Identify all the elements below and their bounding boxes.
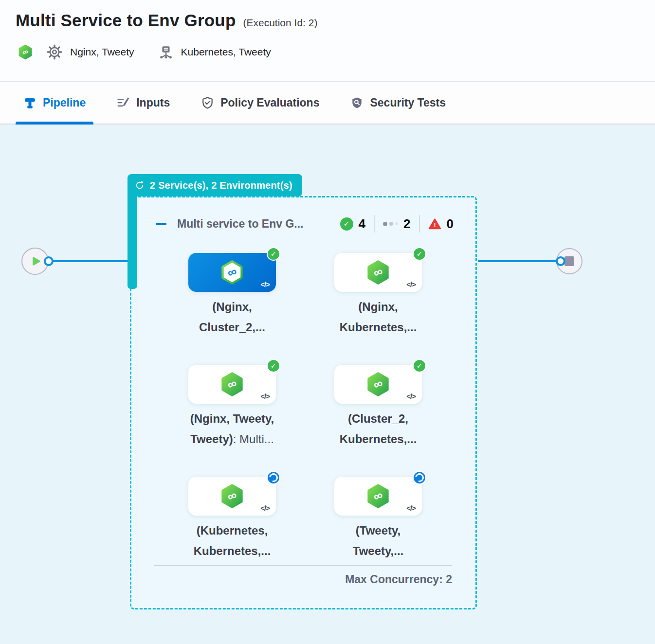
harness-service-icon: ∞ bbox=[365, 372, 391, 397]
tab-security-tests-label: Security Tests bbox=[370, 96, 446, 109]
matrix-card-nginx-kubernetes[interactable]: ∞ </> ✓ bbox=[334, 253, 422, 292]
services-list: Nginx, Tweety bbox=[70, 46, 134, 58]
stage-status-counts: ✓ 4 2 ! 0 bbox=[340, 215, 454, 233]
card-label: (Nginx,Kubernetes,... bbox=[295, 297, 461, 338]
card-label: (Cluster_2,Kubernetes,... bbox=[295, 409, 461, 449]
code-icon: </> bbox=[406, 504, 416, 512]
stage-title: Multi service to Env G... bbox=[177, 217, 303, 231]
matrix-card-nginx-cluster2[interactable]: ∞ </> ✓ bbox=[188, 253, 276, 292]
pipeline-execution-page: Multi Service to Env Group (Execution Id… bbox=[0, 0, 655, 644]
svg-text:!: ! bbox=[434, 221, 436, 229]
tab-pipeline[interactable]: Pipeline bbox=[23, 82, 86, 124]
title-row: Multi Service to Env Group (Execution Id… bbox=[16, 11, 317, 30]
inputs-icon bbox=[117, 96, 130, 109]
code-icon: </> bbox=[260, 392, 270, 400]
max-concurrency-label: Max Concurrency: 2 bbox=[257, 573, 452, 586]
failed-count: 0 bbox=[447, 216, 454, 232]
tab-policy-evaluations-label: Policy Evaluations bbox=[220, 96, 319, 109]
matrix-card-nginx-tweety[interactable]: ∞ </> ✓ bbox=[188, 365, 276, 404]
execution-id: (Execution Id: 2) bbox=[243, 17, 318, 29]
divider bbox=[419, 215, 420, 233]
loop-icon bbox=[134, 180, 145, 191]
environments-list: Kubernetes, Tweety bbox=[181, 46, 271, 58]
matrix-card-tweety-tweety[interactable]: ∞ </> ✓ bbox=[334, 477, 422, 516]
edge-stage-to-end bbox=[478, 260, 558, 262]
code-icon: </> bbox=[260, 280, 270, 288]
failed-count-icon: ! bbox=[428, 218, 441, 230]
execution-meta: ∞ Nginx, Tweety bbox=[18, 44, 271, 60]
card-label: (Kubernetes,Kubernetes,... bbox=[149, 520, 315, 561]
running-count-icon bbox=[383, 222, 398, 226]
matrix-card-kubernetes-kubernetes[interactable]: ∞ </> ✓ bbox=[188, 477, 276, 516]
matrix-card-cluster2-kubernetes[interactable]: ∞ </> ✓ bbox=[334, 365, 422, 404]
success-badge-icon: ✓ bbox=[413, 359, 426, 373]
collapse-stage-icon[interactable] bbox=[156, 223, 166, 225]
environments-icon bbox=[159, 44, 173, 60]
edge-start-to-stage bbox=[50, 260, 131, 262]
matrix-badge-label: 2 Service(s), 2 Environment(s) bbox=[150, 180, 292, 191]
services-gear-icon bbox=[47, 44, 62, 60]
success-badge-icon: ✓ bbox=[267, 247, 280, 261]
harness-service-icon: ∞ bbox=[219, 483, 245, 509]
pipeline-canvas: 2 Service(s), 2 Environment(s) Multi ser… bbox=[0, 125, 655, 644]
success-count: 4 bbox=[359, 216, 365, 232]
stop-icon bbox=[564, 256, 574, 266]
matrix-footer-divider bbox=[154, 565, 452, 566]
matrix-badge[interactable]: 2 Service(s), 2 Environment(s) bbox=[127, 174, 302, 197]
tab-inputs-label: Inputs bbox=[136, 96, 170, 109]
card-label: (Nginx,Cluster_2,... bbox=[149, 297, 315, 338]
code-icon: </> bbox=[406, 392, 416, 400]
execution-header: Multi Service to Env Group (Execution Id… bbox=[0, 0, 655, 82]
divider bbox=[374, 215, 375, 233]
harness-service-icon: ∞ bbox=[219, 372, 245, 397]
card-label: (Tweety,Tweety,... bbox=[295, 520, 461, 561]
tab-pipeline-label: Pipeline bbox=[43, 96, 86, 109]
play-icon bbox=[29, 255, 41, 268]
success-badge-icon: ✓ bbox=[413, 247, 426, 261]
running-badge-icon bbox=[413, 471, 426, 484]
harness-service-icon: ∞ bbox=[365, 260, 391, 285]
tab-security-tests[interactable]: Security Tests bbox=[350, 82, 446, 124]
security-shield-search-icon bbox=[350, 96, 364, 109]
policy-shield-check-icon bbox=[201, 96, 214, 109]
harness-cd-icon: ∞ bbox=[18, 44, 33, 60]
success-badge-icon: ✓ bbox=[267, 359, 280, 373]
tab-policy-evaluations[interactable]: Policy Evaluations bbox=[201, 82, 319, 124]
success-count-icon: ✓ bbox=[340, 217, 353, 231]
execution-tabs: Pipeline Inputs Policy Evaluations bbox=[0, 82, 655, 125]
harness-service-icon: ∞ bbox=[365, 483, 391, 509]
running-count: 2 bbox=[403, 216, 410, 232]
code-icon: </> bbox=[260, 504, 270, 512]
pipeline-icon bbox=[23, 96, 36, 109]
code-icon: </> bbox=[406, 280, 416, 288]
matrix-badge-strip bbox=[127, 193, 137, 289]
end-connector-port bbox=[556, 256, 565, 266]
page-title: Multi Service to Env Group bbox=[16, 11, 236, 30]
card-label: (Nginx, Tweety,Tweety): Multi... bbox=[149, 409, 315, 449]
running-badge-icon bbox=[267, 471, 280, 484]
tab-inputs[interactable]: Inputs bbox=[117, 82, 170, 124]
harness-service-icon: ∞ bbox=[219, 260, 245, 285]
stage-header: Multi service to Env G... ✓ 4 2 ! 0 bbox=[156, 214, 454, 233]
start-connector-port bbox=[44, 256, 54, 266]
